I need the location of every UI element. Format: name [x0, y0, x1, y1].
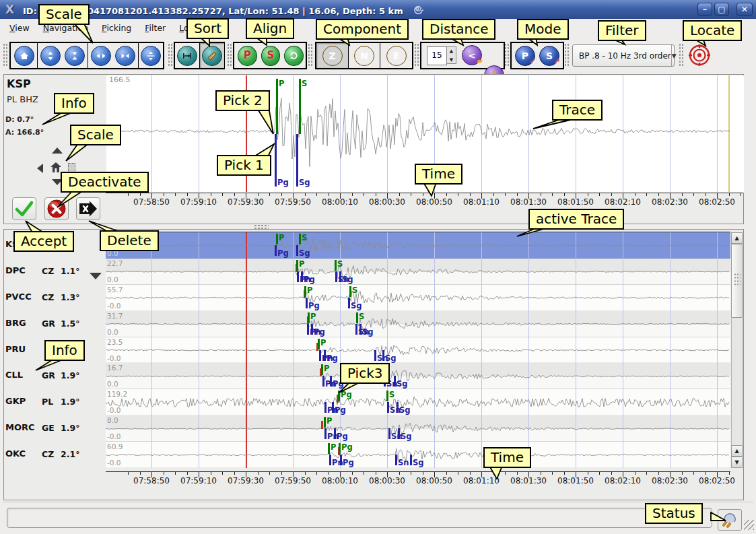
toolbar-handle[interactable]: [308, 43, 312, 67]
scroll-down-button[interactable]: ▼: [731, 457, 743, 468]
trace-row-morc[interactable]: MORCGE1.9°8.0-0.0: [4, 415, 730, 442]
pick-line-s[interactable]: [386, 391, 388, 401]
trace-row-pvcc[interactable]: PVCCCZ1.3°55.7-0.0: [4, 285, 730, 311]
pick-line-s[interactable]: [356, 312, 358, 323]
pick-line-p[interactable]: [304, 286, 306, 297]
pick-line-p[interactable]: [328, 443, 330, 454]
scroll-up-button[interactable]: ▲: [731, 232, 743, 244]
titlebar[interactable]: X ID: 0417081201.413382.25727, Lat/Lon: …: [0, 0, 756, 19]
pick-line-pg[interactable]: [311, 324, 313, 335]
trace-row-gkp[interactable]: GKPPL1.9°119.2-0.0: [4, 389, 730, 415]
pick-line-pg[interactable]: [275, 134, 277, 187]
trace-row-pru[interactable]: PRU23.5-0.0: [4, 337, 730, 364]
pick-line-pn[interactable]: [324, 428, 327, 439]
pick-line-p[interactable]: [276, 79, 278, 134]
locate-button[interactable]: [688, 44, 711, 69]
toolbar-handle[interactable]: [679, 43, 683, 67]
pick-line-pn[interactable]: [322, 376, 324, 387]
pick-line-p[interactable]: [321, 364, 323, 375]
pick-line-s[interactable]: [349, 286, 351, 297]
component-z-button[interactable]: Z: [322, 46, 343, 66]
pick-line-p[interactable]: [318, 339, 320, 349]
distance-select-button[interactable]: < ▰: [462, 45, 482, 65]
toolbar-handle[interactable]: [564, 43, 569, 67]
distance-window-input[interactable]: 15: [427, 46, 447, 65]
pick-line-sn[interactable]: [355, 324, 357, 335]
pick-line-sn[interactable]: [335, 271, 337, 282]
pick-line-pg[interactable]: [340, 455, 342, 465]
pick-line-sg[interactable]: [296, 245, 298, 256]
pick-line-pn[interactable]: [319, 350, 321, 361]
pick-line-sg[interactable]: [410, 455, 412, 465]
pick-line-sg[interactable]: [296, 134, 298, 187]
toolbar-handle[interactable]: [504, 43, 509, 67]
pick-line-sg[interactable]: [382, 350, 384, 361]
pick-line-sn[interactable]: [388, 428, 390, 439]
toolbar-handle[interactable]: [168, 43, 172, 67]
pick-line-pg[interactable]: [339, 443, 341, 454]
pick-line-sg[interactable]: [359, 324, 362, 335]
pick-line-pg[interactable]: [334, 428, 336, 439]
vertical-scrollbar[interactable]: ▲ ▲ ▼: [731, 232, 743, 468]
pick-line-sn[interactable]: [374, 350, 376, 361]
clipboard-small-icon[interactable]: [68, 163, 75, 172]
chevron-down-icon[interactable]: ▼: [671, 45, 677, 66]
align-p-button[interactable]: P: [238, 46, 257, 66]
pick-line-sn[interactable]: [395, 455, 397, 465]
scale-up-arrow[interactable]: [52, 147, 63, 154]
filter-dropdown[interactable]: BP .8 - 10 Hz 3rd order ▼: [572, 44, 675, 67]
pick-line-pn[interactable]: [307, 324, 309, 335]
pick-line-sg[interactable]: [348, 298, 350, 308]
pick-line-pg[interactable]: [330, 376, 332, 387]
scroll-up-button-2[interactable]: ▲: [731, 445, 743, 457]
scrollbar-thumb[interactable]: [731, 244, 743, 318]
close-button[interactable]: ✕: [736, 3, 753, 16]
align-s-button[interactable]: S: [261, 46, 281, 66]
toolbar-handle[interactable]: [227, 43, 232, 67]
delete-button[interactable]: [76, 197, 100, 220]
pick-line-pn[interactable]: [329, 455, 331, 465]
menu-view[interactable]: View: [9, 23, 30, 33]
pick-line-pg[interactable]: [275, 245, 277, 256]
pick-line-p[interactable]: [308, 312, 310, 323]
panel-splitter[interactable]: [3, 224, 744, 229]
home-view-button[interactable]: [14, 46, 34, 66]
pick-line-s[interactable]: [299, 79, 301, 134]
resize-grip[interactable]: [744, 520, 754, 530]
expand-amplitude-button[interactable]: [40, 46, 61, 66]
pick-line-pn[interactable]: [324, 402, 327, 413]
expand-time-button[interactable]: [91, 46, 111, 66]
sort-time-button[interactable]: [177, 46, 197, 66]
pick-line-p[interactable]: [276, 234, 278, 244]
distance-spinner[interactable]: ▲▼: [446, 46, 456, 64]
pick-line-pg[interactable]: [301, 271, 303, 282]
menu-picking[interactable]: Picking: [102, 23, 131, 33]
pick-line-pg[interactable]: [338, 391, 340, 401]
pick-line-p[interactable]: [324, 417, 326, 428]
pick-line-pg[interactable]: [306, 298, 308, 308]
status-connection-button[interactable]: [718, 509, 742, 531]
mode-p-button[interactable]: P ✓: [515, 46, 535, 66]
component-n-button[interactable]: N: [354, 46, 374, 66]
pick-line-s[interactable]: [335, 260, 337, 271]
accept-button[interactable]: [12, 197, 36, 220]
pick-line-p[interactable]: [296, 260, 298, 271]
toolbar-handle[interactable]: [3, 43, 7, 67]
toolbar-handle[interactable]: [414, 43, 419, 67]
splitter-grip[interactable]: [254, 224, 269, 229]
pick-line-sg[interactable]: [339, 271, 341, 282]
shrink-amplitude-button[interactable]: [65, 46, 85, 66]
maximize-button[interactable]: ▢: [714, 3, 729, 16]
sort-distance-button[interactable]: [202, 46, 222, 66]
mode-s-button[interactable]: S ↗: [539, 46, 559, 66]
minimize-button[interactable]: –: [697, 3, 712, 16]
pick-line-pg[interactable]: [332, 402, 334, 413]
shrink-time-button[interactable]: [115, 46, 135, 66]
pick-line-sg[interactable]: [398, 428, 400, 439]
pick-line-s[interactable]: [299, 234, 301, 244]
pick-line-sg[interactable]: [397, 402, 399, 413]
pick-line-sn[interactable]: [387, 402, 389, 413]
menu-filter[interactable]: Filter: [145, 23, 166, 33]
pick-line-sg[interactable]: [394, 376, 396, 387]
trace-row-brg[interactable]: BRGGR1.5°31.70.0: [4, 311, 730, 337]
